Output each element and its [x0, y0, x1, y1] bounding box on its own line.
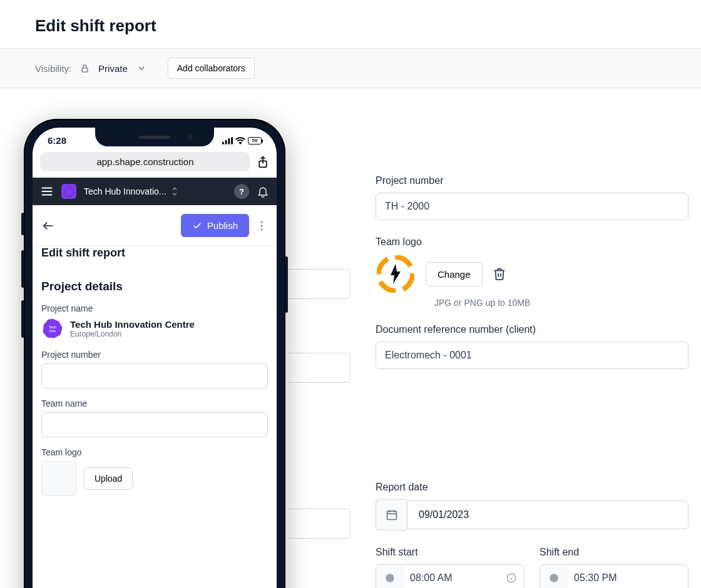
project-timezone: Europe/London	[70, 330, 195, 338]
clock-icon	[540, 565, 568, 588]
change-logo-button[interactable]: Change	[426, 262, 483, 286]
publish-button[interactable]: Publish	[181, 214, 249, 237]
team-logo-field: Team logo Change JPG or PNG up to 10MB	[376, 236, 688, 308]
field-label: Project number	[376, 175, 688, 186]
project-name: Tech Hub Innovation Centre	[70, 319, 195, 330]
svg-text:Hub: Hub	[49, 329, 56, 333]
status-time: 6:28	[48, 135, 66, 146]
calendar-icon[interactable]	[376, 499, 407, 530]
signal-icon	[222, 137, 233, 144]
report-date-input[interactable]: 09/01/2023	[407, 500, 688, 529]
battery-icon: 50	[248, 137, 262, 144]
check-icon	[192, 221, 202, 231]
svg-point-23	[261, 228, 263, 230]
field-label: Team logo	[376, 236, 688, 248]
url-field[interactable]: app.shape.construction	[40, 152, 250, 171]
visibility-value[interactable]: Private	[98, 63, 128, 74]
doc-ref-field: Document reference number (client)	[376, 324, 688, 369]
url-bar: app.shape.construction	[33, 148, 277, 178]
svg-marker-19	[64, 187, 74, 196]
mobile-project-number-input[interactable]	[41, 363, 268, 388]
svg-point-6	[386, 574, 394, 582]
svg-point-10	[550, 574, 558, 582]
field-label: Team name	[41, 398, 268, 408]
upload-button[interactable]: Upload	[84, 467, 133, 490]
project-number-field: Project number	[376, 175, 688, 220]
field-label: Project number	[41, 350, 268, 360]
svg-point-22	[261, 225, 263, 226]
help-icon[interactable]: ?	[234, 184, 249, 199]
logo-hint: JPG or PNG up to 10MB	[434, 298, 688, 308]
field-label: Report date	[376, 482, 688, 493]
shift-end-field: Shift end 05:30 PM	[540, 547, 688, 588]
kebab-icon[interactable]	[255, 220, 268, 232]
info-icon[interactable]	[499, 572, 524, 584]
mobile-team-name-input[interactable]	[41, 412, 268, 437]
time-value: 08:00 AM	[404, 565, 499, 588]
clock-icon	[376, 565, 404, 588]
bell-icon[interactable]	[257, 185, 269, 198]
hidden-field	[288, 353, 350, 383]
publish-label: Publish	[207, 220, 238, 231]
app-logo	[61, 184, 76, 199]
app-title: Tech Hub Innovatio...	[84, 186, 166, 196]
shift-start-input[interactable]: 08:00 AM	[376, 564, 524, 588]
project-display: TechHub Tech Hub Innovation Centre Europ…	[41, 317, 268, 340]
hidden-field	[288, 269, 350, 299]
chevron-down-icon[interactable]	[136, 63, 146, 73]
app-header: Tech Hub Innovatio... ?	[33, 178, 277, 205]
time-value: 05:30 PM	[568, 565, 688, 588]
back-icon[interactable]	[41, 219, 55, 233]
field-label: Project name	[41, 303, 268, 313]
shift-start-field: Shift start 08:00 AM	[376, 547, 524, 588]
field-label: Shift end	[540, 547, 688, 558]
mobile-logo-placeholder	[41, 461, 76, 496]
trash-icon[interactable]	[493, 267, 506, 281]
project-logo: TechHub	[41, 317, 64, 340]
wifi-icon	[235, 137, 245, 144]
lock-icon	[80, 64, 90, 73]
visibility-label: Visibility:	[35, 63, 71, 74]
doc-ref-input[interactable]	[376, 342, 688, 369]
add-collaborators-button[interactable]: Add collaborators	[168, 58, 255, 79]
svg-rect-13	[228, 138, 230, 144]
visibility-bar: Visibility: Private Add collaborators	[0, 48, 701, 88]
report-date-field: Report date 09/01/2023	[376, 482, 688, 530]
app-title-switcher[interactable]: Tech Hub Innovatio...	[84, 186, 227, 196]
svg-rect-2	[387, 511, 396, 519]
updown-icon	[170, 186, 179, 196]
phone-device: 6:28 50 app.shape.construction	[24, 119, 285, 588]
svg-rect-11	[222, 141, 224, 144]
page-title: Edit shift report	[0, 0, 701, 48]
section-title: Project details	[41, 280, 268, 293]
svg-rect-12	[225, 140, 227, 144]
field-label: Team logo	[41, 447, 268, 457]
phone-notch	[95, 128, 214, 146]
shift-end-input[interactable]: 05:30 PM	[540, 564, 688, 588]
mobile-page-title: Edit shift report	[33, 246, 277, 268]
team-logo-preview	[376, 254, 416, 294]
field-label: Document reference number (client)	[376, 324, 688, 335]
menu-icon[interactable]	[40, 185, 54, 198]
mobile-body: Project details Project name TechHub Tec…	[33, 268, 277, 507]
mobile-toolbar: Publish	[33, 205, 277, 246]
svg-rect-0	[82, 68, 88, 71]
project-number-input[interactable]	[376, 193, 688, 220]
hidden-field	[288, 509, 350, 539]
field-label: Shift start	[376, 547, 524, 558]
svg-rect-14	[231, 137, 233, 144]
share-icon[interactable]	[257, 155, 269, 169]
svg-point-21	[261, 221, 263, 223]
